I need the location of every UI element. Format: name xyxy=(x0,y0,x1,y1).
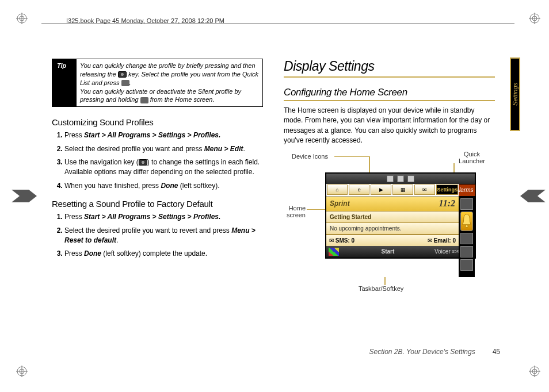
signal-icon xyxy=(387,175,394,182)
page-footer: Section 2B. Your Device's Settings 45 xyxy=(369,348,500,356)
svg-point-18 xyxy=(466,225,468,228)
rstep-3: Press Done (left softkey) complete the u… xyxy=(64,249,263,259)
ie-icon: e xyxy=(349,185,369,195)
space-key-icon xyxy=(140,97,148,103)
media-icon: ▶ xyxy=(371,185,391,195)
steps-customizing: Press Start > All Programs > Settings > … xyxy=(52,130,263,191)
ql-icon xyxy=(460,246,473,258)
appointments-row: No upcoming appointments. xyxy=(326,223,459,235)
ev-icon xyxy=(397,175,404,182)
label-home-screen: Home screen xyxy=(277,205,306,218)
ql-icon xyxy=(460,259,473,271)
icon-row: ⌂ e ▶ ▦ ✉ Settings xyxy=(326,184,459,197)
rstep-1: Press Start > All Programs > Settings > … xyxy=(64,212,263,222)
phone-mockup: Alarms ⌂ e ▶ ▦ ✉ Settings Sprint 11:2 Ge… xyxy=(325,172,476,259)
clock-large: 11:2 xyxy=(439,198,455,209)
power-key-icon xyxy=(118,71,127,78)
home-icon: ⌂ xyxy=(327,185,348,195)
sync-icon xyxy=(407,175,414,182)
step-1: Press Start > All Programs > Settings > … xyxy=(64,130,263,140)
home-screen-figure: Device Icons Quick Launcher Home screen … xyxy=(284,153,495,297)
steps-resetting: Press Start > All Programs > Settings > … xyxy=(52,212,263,259)
page-number: 45 xyxy=(493,348,500,356)
registration-mark-icon xyxy=(16,13,28,24)
svg-marker-17 xyxy=(520,190,546,202)
voicemail-label: Voicer xyxy=(434,248,451,255)
folder-icon: ▦ xyxy=(392,185,413,195)
quick-launcher-column xyxy=(459,197,475,277)
right-column: Display Settings Configuring the Home Sc… xyxy=(284,59,495,297)
ql-icon xyxy=(460,198,473,210)
section-side-tab: Settings xyxy=(510,57,520,131)
heading-resetting-sound: Resetting a Sound Profile to Factory Def… xyxy=(52,199,263,209)
sms-email-row: ✉ SMS: 0 ✉ Email: 0 xyxy=(326,235,459,246)
registration-mark-icon xyxy=(529,13,540,24)
crop-arrow-icon xyxy=(520,190,546,202)
heading-display-settings: Display Settings xyxy=(284,59,495,78)
tip-box: Tip You can quickly change the profile b… xyxy=(52,59,263,107)
step-3: Use the navigation key () to change the … xyxy=(64,157,263,178)
start-flag-icon xyxy=(329,248,339,256)
phone-taskbar: Start Voicer 35% 11:20 xyxy=(326,246,475,258)
nav-key-icon xyxy=(139,159,147,166)
carrier-row: Sprint 11:2 xyxy=(326,197,459,212)
label-taskbar: Taskbar/Softkey xyxy=(359,285,403,292)
heading-customizing-sound: Customizing Sound Profiles xyxy=(52,117,263,127)
left-column: Tip You can quickly change the profile b… xyxy=(52,59,263,297)
getting-started-row: Getting Started xyxy=(326,212,459,223)
section-title: Section 2B. Your Device's Settings xyxy=(369,348,475,356)
ok-key-icon xyxy=(121,80,129,86)
bell-icon xyxy=(460,212,473,231)
label-quick-launcher: Quick Launcher xyxy=(455,151,489,164)
registration-mark-icon xyxy=(16,366,28,377)
carrier-name: Sprint xyxy=(330,199,350,207)
settings-cell: Settings xyxy=(436,185,458,195)
ql-icon xyxy=(460,233,473,244)
phone-statusbar xyxy=(326,174,475,184)
svg-marker-16 xyxy=(12,190,37,202)
rstep-2: Select the desired profile you want to r… xyxy=(64,226,263,246)
book-header: I325.book Page 45 Monday, October 27, 20… xyxy=(66,17,224,24)
label-device-icons: Device Icons xyxy=(292,153,328,160)
msg-icon: ✉ xyxy=(414,185,435,195)
registration-mark-icon xyxy=(529,366,540,377)
tip-label: Tip xyxy=(52,59,77,106)
heading-configuring-home: Configuring the Home Screen xyxy=(284,87,495,101)
home-screen-description: The Home screen is displayed on your dev… xyxy=(284,106,495,146)
tip-text: You can quickly change the profile by br… xyxy=(77,59,262,106)
step-2: Select the desired profile you want and … xyxy=(64,144,263,154)
crop-arrow-icon xyxy=(12,190,37,202)
step-4: When you have finished, press Done (left… xyxy=(64,181,263,191)
start-label: Start xyxy=(341,248,434,255)
